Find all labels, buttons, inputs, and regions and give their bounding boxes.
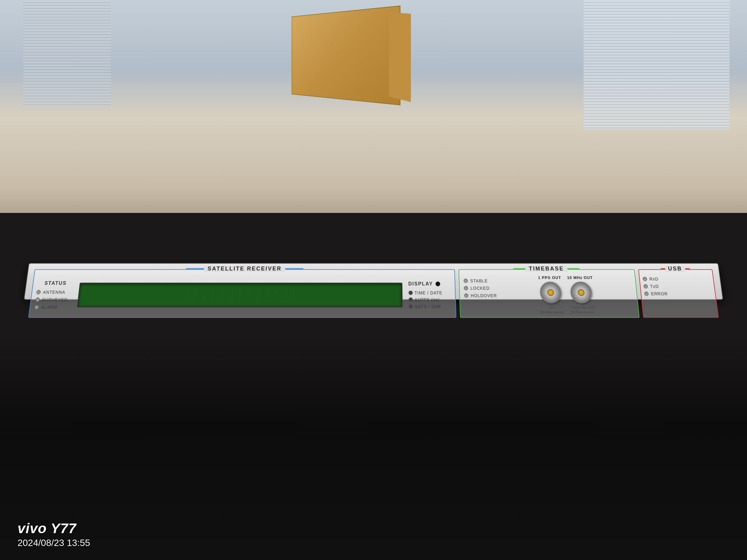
usb-content: RxD TxD ERROR bbox=[643, 276, 712, 296]
sats-snr-label: SATS / SNR bbox=[415, 304, 441, 309]
status-title: STATUS bbox=[37, 281, 74, 286]
holdover-led bbox=[464, 293, 468, 298]
timebase-title: TIMEBASE bbox=[525, 266, 568, 272]
sats-snr-option: SATS / SNR bbox=[409, 304, 451, 309]
lcd-char-7 bbox=[241, 288, 249, 302]
timebase-status: STABLE LOCKED HOLDOVER bbox=[463, 275, 497, 298]
alarm-label: ALARM bbox=[41, 304, 58, 310]
timebase-content: STABLE LOCKED HOLDOVER bbox=[463, 275, 634, 315]
surveyed-indicator: SURVEYED bbox=[35, 297, 72, 302]
stable-led bbox=[464, 279, 468, 283]
display-title-row: DISPLAY bbox=[408, 281, 450, 287]
lcd-char-9 bbox=[259, 288, 267, 302]
lcd-char-11 bbox=[277, 288, 285, 302]
delta-1pps-led bbox=[409, 297, 413, 302]
status-section: STATUS ANTENNA SURVEYED ALARM bbox=[34, 281, 74, 310]
lcd-char-8 bbox=[250, 288, 258, 302]
lcd-char-3 bbox=[205, 288, 213, 302]
txd-label: TxD bbox=[650, 284, 659, 289]
camera-brand: vivo Y77 bbox=[18, 520, 90, 536]
delta-1pps-option: Δ1PPS (ns) bbox=[409, 297, 451, 302]
alarm-indicator: ALARM bbox=[34, 304, 71, 310]
surveyed-label: SURVEYED bbox=[42, 297, 68, 302]
holdover-label: HOLDOVER bbox=[471, 293, 497, 298]
10mhz-sublabel: 1 Vrms into 50 Ω50 Ohm source bbox=[570, 305, 596, 315]
delta-1pps-label: Δ1PPS (ns) bbox=[415, 297, 440, 302]
lcd-char-12 bbox=[286, 288, 294, 302]
time-date-led bbox=[409, 291, 413, 295]
antenna-indicator: ANTENNA bbox=[36, 290, 73, 295]
satellite-receiver-title: SATELLITE RECEIVER bbox=[204, 266, 286, 272]
rxd-led bbox=[643, 277, 647, 281]
window-blinds-right bbox=[584, 0, 729, 130]
lcd-char-4 bbox=[213, 288, 222, 302]
display-title-text: DISPLAY bbox=[408, 281, 433, 287]
alarm-led bbox=[34, 305, 39, 309]
surveyed-led bbox=[35, 297, 40, 302]
txd-indicator: TxD bbox=[643, 284, 712, 289]
lcd-char-5 bbox=[223, 288, 231, 302]
window-blinds-left bbox=[23, 0, 111, 106]
connector-row: 1 PPS OUT +5 V50 Ohm source 10 MHz OUT 1… bbox=[538, 275, 596, 315]
error-indicator: ERROR bbox=[644, 291, 712, 296]
1pps-sublabel: +5 V50 Ohm source bbox=[540, 305, 564, 315]
satellite-receiver-unit: SATELLITE RECEIVER STATUS ANTENNA SURVEY… bbox=[24, 263, 723, 300]
1pps-out-group: 1 PPS OUT +5 V50 Ohm source bbox=[538, 275, 564, 315]
sats-snr-led bbox=[409, 304, 413, 309]
locked-led bbox=[464, 286, 468, 291]
time-date-label: TIME / DATE bbox=[414, 290, 442, 295]
room-background bbox=[0, 0, 747, 235]
10mhz-bnc-connector bbox=[570, 282, 593, 303]
holdover-indicator: HOLDOVER bbox=[464, 293, 497, 298]
device-panel: SATELLITE RECEIVER STATUS ANTENNA SURVEY… bbox=[21, 264, 726, 324]
usb-panel: USB RxD TxD ERROR bbox=[638, 269, 719, 318]
antenna-label: ANTENNA bbox=[43, 290, 66, 295]
lcd-segments bbox=[184, 286, 297, 304]
display-section: DISPLAY TIME / DATE Δ1PPS (ns) bbox=[408, 281, 451, 309]
1pps-label: 1 PPS OUT bbox=[538, 275, 561, 280]
antenna-led bbox=[36, 290, 41, 294]
usb-title: USB bbox=[665, 266, 686, 272]
lcd-char-10 bbox=[268, 288, 276, 302]
error-led bbox=[644, 292, 649, 296]
satellite-receiver-panel: SATELLITE RECEIVER STATUS ANTENNA SURVEY… bbox=[28, 269, 456, 318]
locked-label: LOCKED bbox=[470, 286, 490, 291]
rxd-label: RxD bbox=[649, 276, 659, 282]
cardboard-box bbox=[291, 5, 400, 105]
satellite-content: STATUS ANTENNA SURVEYED ALARM bbox=[33, 275, 452, 315]
table-surface bbox=[0, 336, 747, 560]
rxd-indicator: RxD bbox=[643, 276, 710, 282]
10mhz-out-group: 10 MHz OUT 1 Vrms into 50 Ω50 Ohm source bbox=[567, 275, 596, 315]
timebase-panel: TIMEBASE STABLE LOCKED bbox=[458, 269, 640, 318]
txd-led bbox=[643, 284, 648, 289]
device-wrapper: SATELLITE RECEIVER STATUS ANTENNA SURVEY… bbox=[0, 207, 747, 360]
lcd-display bbox=[77, 283, 403, 308]
lcd-char-6 bbox=[232, 288, 240, 302]
10mhz-label: 10 MHz OUT bbox=[567, 275, 593, 280]
lcd-char-2 bbox=[196, 288, 204, 302]
stable-label: STABLE bbox=[470, 278, 488, 284]
lcd-char-1 bbox=[186, 288, 195, 302]
stable-indicator: STABLE bbox=[463, 278, 496, 284]
locked-indicator: LOCKED bbox=[464, 286, 497, 291]
camera-datetime: 2024/08/23 13:55 bbox=[18, 537, 90, 548]
display-led bbox=[435, 282, 440, 287]
error-label: ERROR bbox=[651, 291, 668, 296]
1pps-bnc-connector bbox=[539, 282, 562, 303]
timebase-connectors: 1 PPS OUT +5 V50 Ohm source 10 MHz OUT 1… bbox=[500, 275, 634, 315]
time-date-option: TIME / DATE bbox=[409, 290, 451, 295]
camera-watermark: vivo Y77 2024/08/23 13:55 bbox=[18, 520, 90, 548]
